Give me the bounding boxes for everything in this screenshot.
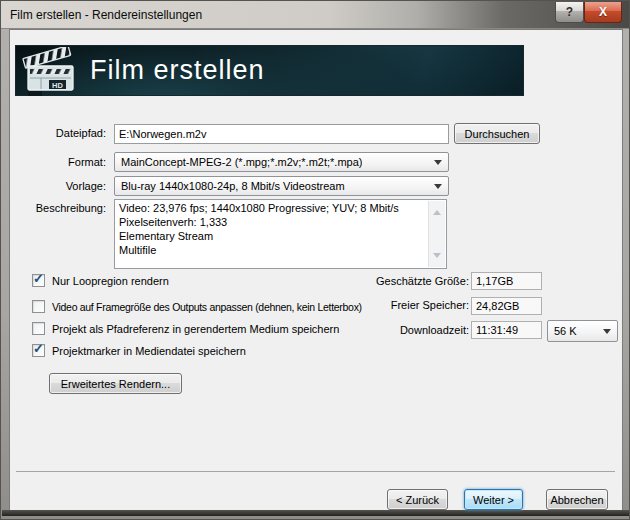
dropdown-arrow-icon — [603, 329, 611, 338]
template-selected-value: Blu-ray 1440x1080-24p, 8 Mbit/s Videostr… — [121, 180, 345, 192]
checkmark-icon: ✓ — [33, 271, 44, 286]
scroll-up-icon[interactable] — [433, 206, 441, 215]
download-time-value: 11:31:49 — [471, 321, 542, 339]
title-bar[interactable]: Film erstellen - Rendereinstellungen — [1, 1, 630, 29]
checkbox-loop-region-label[interactable]: Nur Loopregion rendern — [52, 274, 169, 288]
dropdown-arrow-icon — [434, 160, 442, 169]
estimated-size-label: Geschätzte Größe: — [331, 275, 469, 287]
description-scrollbar[interactable] — [428, 201, 445, 267]
window-bottom-frame — [2, 510, 630, 516]
description-line: Pixelseitenverh: 1,333 — [119, 215, 426, 229]
free-space-value: 24,82GB — [471, 297, 542, 315]
banner-title: Film erstellen — [90, 54, 265, 85]
checkbox-stretch-video[interactable]: ✓ — [32, 300, 45, 313]
download-time-label: Downloadzeit: — [331, 324, 469, 336]
template-select[interactable]: Blu-ray 1440x1080-24p, 8 Mbit/s Videostr… — [114, 176, 449, 196]
help-button[interactable]: ? — [555, 2, 584, 23]
filepath-input[interactable] — [114, 124, 449, 144]
dialog-window: Film erstellen - Rendereinstellungen ? X — [0, 0, 630, 520]
description-line: Video: 23,976 fps; 1440x1080 Progressive… — [119, 201, 426, 215]
estimated-size-value: 1,17GB — [471, 272, 542, 290]
clapperboard-icon: HD — [22, 47, 84, 97]
help-icon: ? — [566, 5, 573, 19]
close-icon: X — [599, 5, 607, 19]
checkbox-stretch-video-label[interactable]: Video auf Framegröße des Outputs anpasse… — [52, 300, 362, 314]
description-textarea[interactable]: Video: 23,976 fps; 1440x1080 Progressive… — [114, 199, 447, 269]
format-selected-value: MainConcept-MPEG-2 (*.mpg;*.m2v;*.m2t;*.… — [121, 156, 362, 168]
close-button[interactable]: X — [584, 2, 622, 23]
next-button[interactable]: Weiter > — [464, 489, 523, 510]
free-space-label: Freier Speicher: — [331, 299, 469, 311]
next-button-label: Weiter > — [473, 494, 514, 506]
format-label: Format: — [21, 156, 106, 168]
cancel-button[interactable]: Abbrechen — [546, 489, 608, 510]
advanced-render-button[interactable]: Erweitertes Rendern... — [49, 373, 182, 394]
advanced-render-button-label: Erweitertes Rendern... — [61, 378, 170, 390]
description-line: Elementary Stream — [119, 229, 426, 243]
description-line: Multifile — [119, 243, 426, 257]
dialog-client-area — [9, 29, 623, 512]
template-label: Vorlage: — [21, 180, 106, 192]
header-banner: HD Film erstellen — [15, 45, 524, 96]
checkbox-loop-region[interactable]: ✓ — [32, 274, 45, 287]
filepath-label: Dateipfad: — [21, 127, 106, 139]
footer-divider — [16, 471, 615, 472]
back-button[interactable]: < Zurück — [387, 489, 448, 510]
checkmark-icon: ✓ — [33, 341, 44, 356]
connection-speed-value: 56 K — [554, 325, 577, 337]
checkbox-project-markers[interactable]: ✓ — [32, 344, 45, 357]
browse-button[interactable]: Durchsuchen — [454, 123, 540, 144]
checkbox-path-reference[interactable]: ✓ — [32, 322, 45, 335]
window-title: Film erstellen - Rendereinstellungen — [10, 8, 202, 22]
browse-button-label: Durchsuchen — [465, 128, 530, 140]
connection-speed-select[interactable]: 56 K — [547, 320, 618, 342]
hd-badge: HD — [52, 81, 63, 90]
description-label: Beschreibung: — [15, 202, 106, 214]
dropdown-arrow-icon — [434, 184, 442, 193]
cancel-button-label: Abbrechen — [550, 494, 603, 506]
back-button-label: < Zurück — [396, 494, 439, 506]
format-select[interactable]: MainConcept-MPEG-2 (*.mpg;*.m2v;*.m2t;*.… — [114, 152, 449, 172]
scroll-down-icon[interactable] — [433, 253, 441, 262]
checkbox-path-reference-label[interactable]: Projekt als Pfadreferenz in gerendertem … — [52, 322, 339, 336]
checkbox-project-markers-label[interactable]: Projektmarker in Mediendatei speichern — [52, 344, 246, 358]
